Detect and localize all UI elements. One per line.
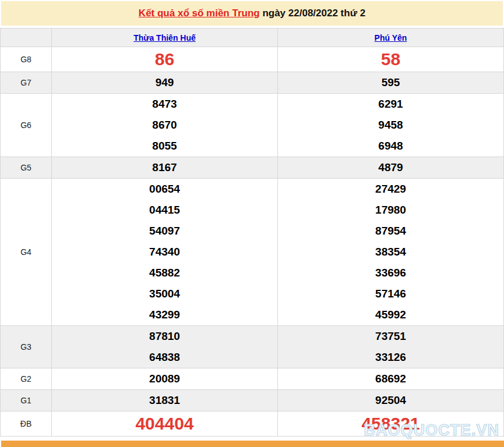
prize-number: 404404 <box>52 411 277 436</box>
prize-number: 6291 <box>278 94 503 115</box>
prize-row-g8: G88658 <box>1 47 504 72</box>
prize-number: 33126 <box>278 347 503 368</box>
prize-number: 6948 <box>278 136 503 157</box>
prize-row-g6: G6847386708055629194586948 <box>1 94 504 157</box>
prize-values-hue: 8781064838 <box>52 326 278 368</box>
prize-values-hue: 31831 <box>52 390 278 411</box>
prize-row-g5: G581674879 <box>1 157 504 179</box>
prize-values-phuyen: 27429179808795438354336965714645992 <box>278 179 504 326</box>
prize-number: 92504 <box>278 390 503 411</box>
prize-label: G5 <box>1 157 52 179</box>
prize-label: G2 <box>1 368 52 390</box>
prize-values-hue: 20089 <box>52 368 278 390</box>
prize-values-hue: 404404 <box>52 411 278 437</box>
province-link-thua-thien-hue[interactable]: Thừa Thiên Huế <box>133 33 196 42</box>
prize-values-hue: 949 <box>52 72 278 94</box>
prize-number: 27429 <box>278 179 503 200</box>
prize-number: 33696 <box>278 262 503 283</box>
prize-values-hue: 86 <box>52 47 278 72</box>
prize-number: 58 <box>278 47 503 72</box>
prize-label: G8 <box>1 47 52 72</box>
prize-number: 57146 <box>278 283 503 304</box>
bottom-accent-bar <box>1 441 504 447</box>
prize-label: G7 <box>1 72 52 94</box>
prize-row-g4: G400654044155409774340458823500443299274… <box>1 179 504 326</box>
prize-values-hue: 847386708055 <box>52 94 278 157</box>
prize-number: 74340 <box>52 242 277 262</box>
prize-number: 458321 <box>278 411 503 436</box>
prize-row-g7: G7949595 <box>1 72 504 94</box>
prize-number: 4879 <box>278 157 503 178</box>
prize-number: 86 <box>52 47 277 72</box>
prize-values-phuyen: 7375133126 <box>278 326 504 368</box>
prize-values-phuyen: 68692 <box>278 368 504 390</box>
prize-number: 8473 <box>52 94 277 115</box>
prize-number: 8670 <box>52 115 277 136</box>
prize-number: 38354 <box>278 242 503 262</box>
column-header-thua-thien-hue: Thừa Thiên Huế <box>52 29 278 47</box>
prize-number: 8055 <box>52 136 277 157</box>
prize-label: G4 <box>1 179 52 326</box>
prize-values-phuyen: 58 <box>278 47 504 72</box>
prize-row-g1: G13183192504 <box>1 390 504 411</box>
prize-row-đb: ĐB404404458321 <box>1 411 504 437</box>
prize-number: 17980 <box>278 200 503 221</box>
prize-number: 9458 <box>278 115 503 136</box>
lottery-results-table: Thừa Thiên Huế Phú Yên G88658G7949595G68… <box>0 28 504 437</box>
prize-number: 949 <box>52 72 277 93</box>
prize-number: 54097 <box>52 221 277 242</box>
prize-values-hue: 00654044155409774340458823500443299 <box>52 179 278 326</box>
prize-label: G6 <box>1 94 52 157</box>
prize-values-phuyen: 4879 <box>278 157 504 179</box>
province-link-phu-yen[interactable]: Phú Yên <box>375 33 407 42</box>
prize-number: 87810 <box>52 326 277 347</box>
column-header-row: Thừa Thiên Huế Phú Yên <box>1 29 504 47</box>
prize-values-hue: 8167 <box>52 157 278 179</box>
prize-label: ĐB <box>1 411 52 437</box>
prize-row-g3: G387810648387375133126 <box>1 326 504 368</box>
prize-values-phuyen: 595 <box>278 72 504 94</box>
title-link[interactable]: Kết quả xổ số miền Trung <box>139 8 260 19</box>
prize-number: 87954 <box>278 221 503 242</box>
prize-number: 00654 <box>52 179 277 200</box>
corner-cell <box>1 29 52 47</box>
prize-values-phuyen: 629194586948 <box>278 94 504 157</box>
prize-number: 04415 <box>52 200 277 221</box>
column-header-phu-yen: Phú Yên <box>278 29 504 47</box>
prize-number: 31831 <box>52 390 277 411</box>
prize-row-g2: G22008968692 <box>1 368 504 390</box>
prize-values-phuyen: 458321 <box>278 411 504 437</box>
prize-number: 45992 <box>278 304 503 325</box>
page-title: Kết quả xổ số miền Trung ngày 22/08/2022… <box>1 1 503 26</box>
prize-number: 43299 <box>52 304 277 325</box>
prize-number: 68692 <box>278 368 503 389</box>
prize-number: 595 <box>278 72 503 93</box>
prize-number: 64838 <box>52 347 277 368</box>
prize-number: 8167 <box>52 157 277 178</box>
prize-number: 45882 <box>52 262 277 283</box>
prize-label: G3 <box>1 326 52 368</box>
prize-label: G1 <box>1 390 52 411</box>
prize-number: 35004 <box>52 283 277 304</box>
prize-number: 20089 <box>52 368 277 389</box>
prize-values-phuyen: 92504 <box>278 390 504 411</box>
prize-number: 73751 <box>278 326 503 347</box>
title-date-text: ngày 22/08/2022 thứ 2 <box>260 8 365 19</box>
